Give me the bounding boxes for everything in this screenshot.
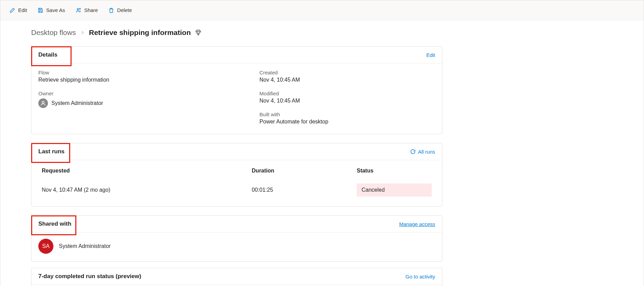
col-status: Status	[357, 168, 432, 174]
owner-label: Owner	[38, 91, 249, 96]
edit-button[interactable]: Edit	[7, 6, 29, 15]
details-title: Details	[38, 51, 58, 58]
share-button[interactable]: Share	[73, 6, 100, 15]
shared-with-title: Shared with	[38, 221, 71, 227]
table-row[interactable]: Nov 4, 10:47 AM (2 mo ago) 00:01:25 Canc…	[33, 179, 441, 202]
flow-field: Flow Retrieve shipping information	[38, 70, 249, 83]
save-as-icon	[37, 7, 43, 13]
created-value: Nov 4, 10:45 AM	[260, 77, 435, 83]
breadcrumb-current: Retrieve shipping information	[89, 28, 191, 37]
last-runs-title: Last runs	[38, 148, 65, 155]
modified-value: Nov 4, 10:45 AM	[260, 98, 435, 104]
toolbar: Edit Save As Share Delete	[0, 0, 644, 20]
refresh-icon	[410, 148, 416, 155]
details-edit-link[interactable]: Edit	[426, 52, 435, 58]
breadcrumb: Desktop flows Retrieve shipping informat…	[31, 28, 613, 37]
delete-button[interactable]: Delete	[106, 6, 134, 15]
pencil-icon	[9, 7, 15, 13]
last-runs-card: Last runs All runs Requested Duration St…	[31, 143, 442, 206]
share-label: Share	[84, 7, 98, 13]
owner-field: Owner System Administrator	[38, 91, 249, 108]
manage-access-link[interactable]: Manage access	[399, 221, 435, 227]
share-icon	[75, 7, 81, 13]
modified-field: Modified Nov 4, 10:45 AM	[260, 91, 435, 104]
created-label: Created	[260, 70, 435, 75]
edit-label: Edit	[18, 7, 27, 13]
delete-label: Delete	[117, 7, 132, 13]
details-card: Details Edit Flow Retrieve shipping info…	[31, 46, 442, 134]
avatar	[38, 98, 48, 108]
all-runs-link[interactable]: All runs	[410, 148, 435, 155]
built-value: Power Automate for desktop	[260, 119, 435, 125]
cell-status: Canceled	[357, 183, 432, 196]
owner-value: System Administrator	[51, 100, 103, 106]
svg-point-2	[42, 101, 44, 103]
save-as-label: Save As	[46, 7, 65, 13]
all-runs-label: All runs	[418, 149, 435, 155]
run-status-card: 7-day completed run status (preview) Go …	[31, 268, 442, 286]
trash-icon	[108, 7, 114, 13]
built-label: Built with	[260, 111, 435, 117]
cell-requested: Nov 4, 10:47 AM (2 mo ago)	[42, 187, 252, 193]
runs-table: Requested Duration Status Nov 4, 10:47 A…	[33, 160, 441, 202]
go-to-activity-link[interactable]: Go to activity	[405, 274, 435, 279]
save-as-button[interactable]: Save As	[35, 6, 67, 15]
person-icon	[40, 100, 46, 106]
cell-duration: 00:01:25	[252, 187, 357, 193]
shared-user-name: System Administrator	[59, 243, 111, 249]
breadcrumb-parent[interactable]: Desktop flows	[31, 28, 76, 37]
flow-label: Flow	[38, 70, 249, 75]
shared-user-row[interactable]: SA System Administrator	[31, 233, 442, 261]
chevron-right-icon	[80, 30, 85, 35]
col-duration: Duration	[252, 168, 357, 174]
run-status-title: 7-day completed run status (preview)	[38, 273, 141, 280]
built-field: Built with Power Automate for desktop	[260, 111, 435, 125]
flow-value: Retrieve shipping information	[38, 77, 249, 83]
svg-point-1	[79, 8, 80, 9]
svg-point-0	[77, 8, 79, 10]
shared-with-card: Shared with Manage access SA System Admi…	[31, 215, 442, 262]
diamond-icon	[195, 29, 202, 36]
modified-label: Modified	[260, 91, 435, 96]
col-requested: Requested	[42, 168, 252, 174]
avatar-initials: SA	[38, 239, 53, 254]
created-field: Created Nov 4, 10:45 AM	[260, 70, 435, 83]
